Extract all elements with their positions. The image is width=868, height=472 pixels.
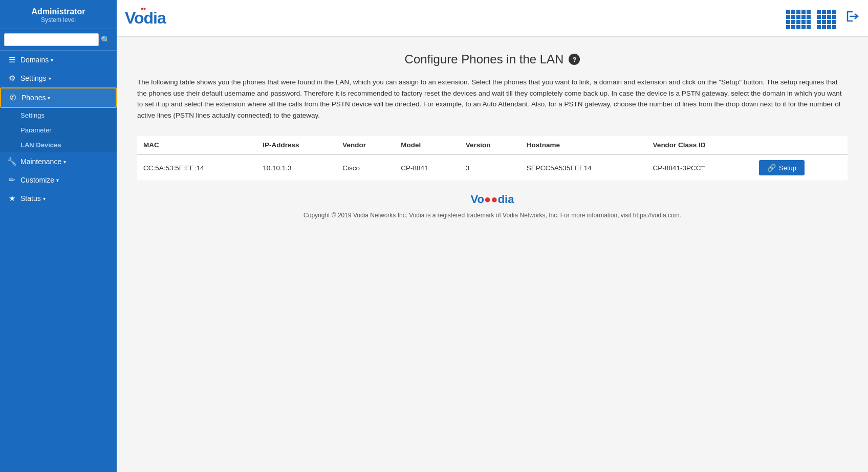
page-footer: Vo●●dia Copyright © 2019 Vodia Networks … [137,181,848,227]
col-header-ip: IP-Address [256,136,336,154]
vodia-logo: Vo●●dia [125,9,166,28]
maintenance-icon: 🔧 [7,157,16,166]
page-description: The following table shows you the phones… [137,77,848,121]
col-header-version: Version [460,136,520,154]
sidebar-status-label: Status [20,194,41,203]
user-info: Administrator System level [0,0,117,29]
cell-version: 3 [460,154,520,181]
col-header-action [753,136,848,154]
search-input[interactable] [4,33,99,46]
sidebar-item-settings[interactable]: ⚙ Settings ▾ [0,69,117,87]
sidebar-item-maintenance[interactable]: 🔧 Maintenance ▾ [0,152,117,171]
sidebar-customize-label: Customize [20,176,54,184]
cell-model: CP-8841 [395,154,459,181]
logout-button[interactable] [844,9,860,28]
sidebar-settings-label: Settings [20,74,47,82]
grid-4col-icon [817,10,836,29]
domains-arrow-icon: ▾ [51,57,53,63]
grid-view-4col-button[interactable] [816,7,837,30]
domains-icon: ☰ [7,55,16,64]
col-header-hostname: Hostname [520,136,647,154]
main-content: Configure Phones in the LAN ? The follow… [117,37,868,472]
phones-icon: ✆ [8,93,17,102]
sidebar: Administrator System level 🔍 ☰ Domains ▾… [0,0,117,472]
col-header-vendor: Vendor [336,136,395,154]
customize-icon: ✏ [7,175,16,185]
settings-icon: ⚙ [7,74,16,83]
settings-arrow-icon: ▾ [49,76,51,81]
table-header-row: MAC IP-Address Vendor Model Version Host… [137,136,848,154]
phones-arrow-icon: ▾ [48,95,50,101]
cell-ip: 10.10.1.3 [256,154,336,181]
sidebar-item-lan-devices[interactable]: LAN Devices [0,138,117,152]
status-arrow-icon: ▾ [43,196,46,201]
user-level-label: System level [5,16,112,24]
cell-hostname: SEPCC5A535FEE14 [520,154,647,181]
setup-button[interactable]: 🔗 Setup [759,160,805,175]
cell-vendor-class-id: CP-8841-3PCC□ [647,154,753,181]
sidebar-maintenance-label: Maintenance [20,158,61,166]
cell-action: 🔗 Setup [753,154,848,181]
search-bar: 🔍 [0,29,117,51]
grid-5col-icon [786,10,811,29]
username-label: Administrator [5,7,112,16]
help-icon[interactable]: ? [569,54,580,65]
footer-logo: Vo●●dia [142,190,842,208]
footer-text: Copyright © 2019 Vodia Networks Inc. Vod… [142,211,842,220]
logout-icon [844,9,860,24]
sidebar-item-status[interactable]: ★ Status ▾ [0,189,117,208]
sidebar-phones-label: Phones [21,94,46,102]
col-header-vendor-class-id: Vendor Class ID [647,136,753,154]
col-header-mac: MAC [137,136,256,154]
setup-button-label: Setup [779,164,796,172]
sidebar-item-phones-settings[interactable]: Settings [0,108,117,123]
table-row: CC:5A:53:5F:EE:14 10.10.1.3 Cisco CP-884… [137,154,848,181]
status-icon: ★ [7,194,16,203]
sidebar-item-phones-parameter[interactable]: Parameter [0,123,117,138]
sidebar-item-phones[interactable]: ✆ Phones ▾ [0,87,117,108]
topbar: Vo●●dia [117,0,868,37]
logo: Vo●●dia [125,9,166,28]
sidebar-domains-label: Domains [20,56,49,64]
cell-vendor: Cisco [336,154,395,181]
setup-link-icon: 🔗 [767,164,776,172]
maintenance-arrow-icon: ▾ [63,159,66,165]
sidebar-item-domains[interactable]: ☰ Domains ▾ [0,51,117,69]
customize-arrow-icon: ▾ [56,177,59,183]
cell-mac: CC:5A:53:5F:EE:14 [137,154,256,181]
col-header-model: Model [395,136,459,154]
page-title: Configure Phones in the LAN ? [137,52,848,66]
search-button[interactable]: 🔍 [99,34,113,46]
devices-table: MAC IP-Address Vendor Model Version Host… [137,136,848,181]
main-area: Vo●●dia [117,0,868,472]
sidebar-item-customize[interactable]: ✏ Customize ▾ [0,171,117,189]
phones-submenu: Settings Parameter LAN Devices [0,108,117,152]
grid-view-5col-button[interactable] [785,7,812,30]
